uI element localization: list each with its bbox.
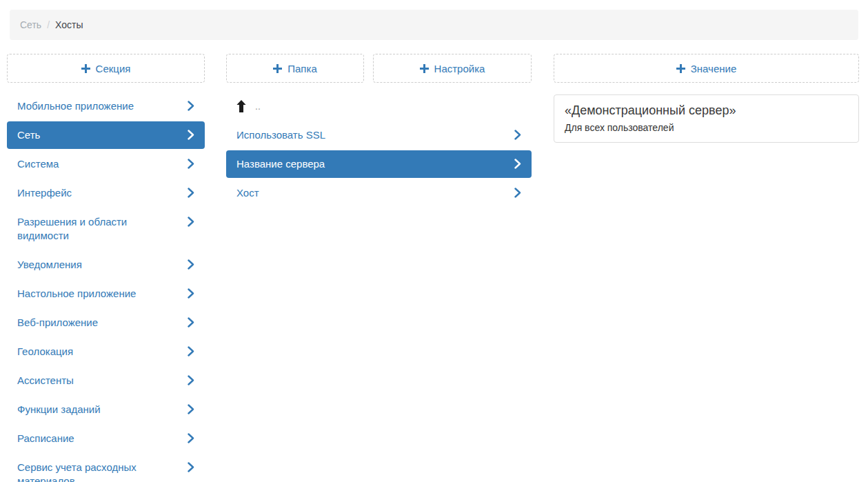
add-section-button[interactable]: Секция <box>7 54 205 83</box>
chevron-right-icon <box>188 259 194 270</box>
section-item-label: Ассистенты <box>17 374 188 388</box>
value-card[interactable]: «Демонстрационный сервер» Для всех польз… <box>554 94 859 143</box>
section-item[interactable]: Веб-приложение <box>7 309 205 337</box>
setting-item-label: Название сервера <box>236 157 514 171</box>
section-item-label: Настольное приложение <box>17 287 188 301</box>
add-setting-label: Настройка <box>434 63 485 74</box>
parent-folder-label: .. <box>255 103 261 110</box>
section-item[interactable]: Уведомления <box>7 251 205 279</box>
plus-icon <box>273 64 282 73</box>
add-value-button[interactable]: Значение <box>554 54 859 83</box>
chevron-right-icon <box>514 130 521 140</box>
section-item-label: Интерфейс <box>17 186 188 200</box>
chevron-right-icon <box>188 404 194 414</box>
add-folder-label: Папка <box>287 63 316 74</box>
settings-column: Папка Настройка .. Использовать SSL Назв… <box>226 54 532 482</box>
chevron-right-icon <box>188 346 194 357</box>
section-item[interactable]: Разрешения и области видимости <box>7 208 205 250</box>
chevron-right-icon <box>188 433 194 443</box>
chevron-right-icon <box>188 101 194 111</box>
section-item[interactable]: Настольное приложение <box>7 280 205 308</box>
section-item-label: Разрешения и области видимости <box>17 215 188 243</box>
add-value-label: Значение <box>691 63 737 74</box>
section-item[interactable]: Сервис учета расходных материалов <box>7 454 205 482</box>
chevron-right-icon <box>514 188 521 198</box>
section-item[interactable]: Мобильное приложение <box>7 92 205 120</box>
section-item-label: Веб-приложение <box>17 316 188 330</box>
sections-list: Мобильное приложение Сеть Система Интерф… <box>7 92 205 482</box>
section-item-label: Сеть <box>17 128 188 142</box>
section-item-label: Сервис учета расходных материалов <box>17 461 188 482</box>
setting-item[interactable]: Хост <box>226 179 532 207</box>
section-item-label: Геолокация <box>17 345 188 359</box>
setting-item[interactable]: Название сервера <box>226 150 532 178</box>
plus-icon <box>420 64 429 73</box>
add-section-label: Секция <box>96 63 131 74</box>
setting-item[interactable]: Использовать SSL <box>226 121 532 149</box>
section-item-label: Расписание <box>17 432 188 445</box>
section-item-label: Система <box>17 157 188 171</box>
value-card-subtitle: Для всех пользователей <box>565 121 848 134</box>
plus-icon <box>676 64 685 73</box>
section-item-label: Мобильное приложение <box>17 99 188 113</box>
chevron-right-icon <box>188 159 194 169</box>
value-card-title: «Демонстрационный сервер» <box>565 101 848 119</box>
main-content: Секция Мобильное приложение Сеть Система… <box>0 54 868 482</box>
settings-list: Использовать SSL Название сервера Хост <box>226 121 532 207</box>
chevron-right-icon <box>188 217 194 227</box>
breadcrumb-link-network[interactable]: Сеть <box>20 19 41 30</box>
section-item[interactable]: Геолокация <box>7 338 205 365</box>
setting-item-label: Использовать SSL <box>236 128 514 142</box>
chevron-right-icon <box>188 130 194 140</box>
section-item[interactable]: Функции заданий <box>7 396 205 423</box>
add-setting-button[interactable]: Настройка <box>373 54 532 83</box>
arrow-up-icon <box>236 100 246 112</box>
chevron-right-icon <box>188 462 194 472</box>
breadcrumb-current-hosts: Хосты <box>55 19 83 30</box>
plus-icon <box>81 64 90 73</box>
add-folder-button[interactable]: Папка <box>226 54 364 83</box>
section-item[interactable]: Расписание <box>7 425 205 452</box>
chevron-right-icon <box>514 159 521 169</box>
chevron-right-icon <box>188 188 194 198</box>
section-item-label: Функции заданий <box>17 403 188 416</box>
values-column: Значение «Демонстрационный сервер» Для в… <box>554 54 859 482</box>
sections-column: Секция Мобильное приложение Сеть Система… <box>7 54 205 482</box>
section-item[interactable]: Сеть <box>7 121 205 149</box>
chevron-right-icon <box>188 288 194 299</box>
chevron-right-icon <box>188 317 194 328</box>
breadcrumb: Сеть / Хосты <box>10 10 858 40</box>
chevron-right-icon <box>188 375 194 385</box>
up-folder-row[interactable]: .. <box>226 97 532 115</box>
section-item[interactable]: Интерфейс <box>7 179 205 207</box>
section-item[interactable]: Ассистенты <box>7 367 205 394</box>
setting-item-label: Хост <box>236 186 514 200</box>
breadcrumb-separator: / <box>47 19 50 30</box>
section-item-label: Уведомления <box>17 258 188 272</box>
section-item[interactable]: Система <box>7 150 205 178</box>
